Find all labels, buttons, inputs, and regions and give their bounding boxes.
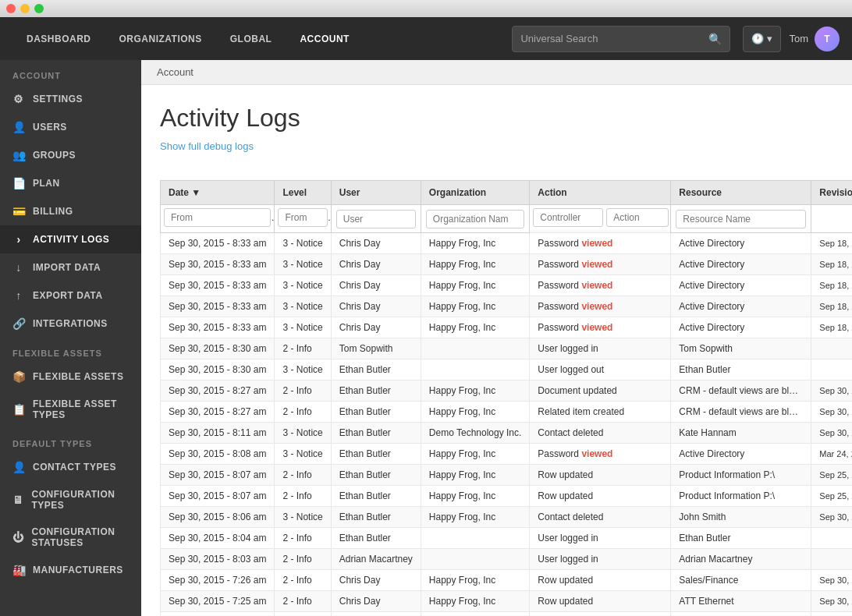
- cell-resource[interactable]: Active Directory: [671, 254, 811, 275]
- cell-level: 2 - Info: [275, 528, 331, 549]
- cell-resource[interactable]: Tom Sopwith: [671, 338, 811, 359]
- cell-level: 2 - Info: [275, 486, 331, 507]
- filter-controller[interactable]: [533, 208, 603, 227]
- cell-org[interactable]: Happy Frog, Inc: [421, 486, 530, 507]
- clock-icon: 🕐: [751, 33, 764, 44]
- filter-user[interactable]: [336, 210, 416, 228]
- cell-resource[interactable]: Active Directory: [671, 444, 811, 465]
- cell-org[interactable]: Happy Frog, Inc: [421, 570, 530, 591]
- cell-org[interactable]: Happy Frog, Inc: [421, 275, 530, 296]
- cell-resource[interactable]: Active Directory: [671, 233, 811, 254]
- cell-revision[interactable]: Support: [811, 612, 852, 617]
- nav-global[interactable]: GLOBAL: [216, 17, 286, 60]
- cell-org: [421, 359, 530, 381]
- cell-resource[interactable]: John Smith: [671, 507, 811, 528]
- filter-level-from[interactable]: [278, 208, 327, 227]
- cell-action: Row updated: [530, 465, 671, 486]
- col-user[interactable]: User: [331, 181, 421, 205]
- nav-dashboard[interactable]: DASHBOARD: [12, 17, 105, 60]
- cell-user: Chris Day: [331, 317, 421, 338]
- cell-org[interactable]: Happy Frog, Inc: [421, 591, 530, 612]
- cell-org[interactable]: Happy Frog, Inc: [421, 465, 530, 486]
- sidebar-item-settings[interactable]: ⚙ SETTINGS: [0, 85, 141, 113]
- nav-organizations[interactable]: ORGANIZATIONS: [105, 17, 216, 60]
- table-row: Sep 30, 2015 - 8:11 am 3 - Notice Ethan …: [161, 423, 853, 444]
- cell-revision: [811, 359, 852, 381]
- cell-resource[interactable]: ATT Ethernet: [671, 591, 811, 612]
- cell-org[interactable]: Happy Frog, Inc: [421, 296, 530, 317]
- minimize-button[interactable]: [20, 4, 30, 13]
- sidebar-item-manufacturers[interactable]: 🏭 MANUFACTURERS: [0, 556, 141, 584]
- col-level[interactable]: Level: [275, 181, 331, 205]
- sidebar-item-contact-types[interactable]: 👤 CONTACT TYPES: [0, 453, 141, 481]
- cell-resource[interactable]: CRM - default views are blank: [671, 381, 811, 402]
- sidebar-label-billing: BILLING: [33, 206, 73, 217]
- close-button[interactable]: [6, 4, 16, 13]
- cell-resource[interactable]: Active Directory: [671, 317, 811, 338]
- cell-resource[interactable]: Sales/Finance: [671, 570, 811, 591]
- cell-resource[interactable]: Product Information P:\: [671, 486, 811, 507]
- cell-resource[interactable]: Active Directory: [671, 296, 811, 317]
- cell-org[interactable]: Demo Technology Inc.: [421, 423, 530, 444]
- cell-date: Sep 30, 2015 - 8:07 am: [161, 486, 275, 507]
- cell-resource[interactable]: Adrian Macartney: [671, 549, 811, 570]
- cell-user: Ethan Butler: [331, 465, 421, 486]
- cell-user: Ethan Butler: [331, 423, 421, 444]
- filter-date-from[interactable]: [164, 208, 271, 227]
- col-resource[interactable]: Resource: [671, 181, 811, 205]
- sidebar-label-plan: PLAN: [33, 178, 60, 189]
- cell-resource[interactable]: CRM - default views are blank: [671, 402, 811, 423]
- sidebar-item-billing[interactable]: 💳 BILLING: [0, 197, 141, 225]
- col-revision[interactable]: Revision: [811, 181, 852, 205]
- cell-date: Sep 30, 2015 - 8:30 am: [161, 338, 275, 359]
- nav-account[interactable]: ACCOUNT: [286, 17, 364, 60]
- filter-action[interactable]: [606, 208, 669, 227]
- sidebar-item-configuration-types[interactable]: 🖥 CONFIGURATION TYPES: [0, 481, 141, 519]
- cell-date: Sep 30, 2015 - 8:27 am: [161, 381, 275, 402]
- cell-resource[interactable]: Happy Frog, Inc: [671, 612, 811, 617]
- sidebar-item-activity-logs[interactable]: › ACTIVITY LOGS: [0, 225, 141, 253]
- sidebar-item-groups[interactable]: 👥 GROUPS: [0, 141, 141, 169]
- debug-link[interactable]: Show full debug logs: [160, 140, 254, 152]
- cell-resource[interactable]: Ethan Butler: [671, 359, 811, 381]
- cell-org[interactable]: Happy Frog, Inc: [421, 317, 530, 338]
- integrations-icon: 🔗: [12, 317, 25, 330]
- cell-action: User logged out: [530, 359, 671, 381]
- sidebar-item-users[interactable]: 👤 USERS: [0, 113, 141, 141]
- cell-org[interactable]: Happy Frog, Inc: [421, 254, 530, 275]
- cell-action: Related item created: [530, 402, 671, 423]
- filter-organization[interactable]: [426, 210, 525, 228]
- cell-org[interactable]: Happy Frog, Inc: [421, 444, 530, 465]
- sidebar-item-integrations[interactable]: 🔗 INTEGRATIONS: [0, 310, 141, 338]
- sidebar-label-settings: SETTINGS: [33, 94, 83, 104]
- cell-resource[interactable]: Kate Hannam: [671, 423, 811, 444]
- cell-resource[interactable]: Active Directory: [671, 275, 811, 296]
- table-row: Sep 30, 2015 - 7:23 am 2 - Info Chris Da…: [161, 612, 853, 617]
- sidebar-item-flexible-asset-types[interactable]: 📋 FLEXIBLE ASSET TYPES: [0, 391, 141, 428]
- cell-org[interactable]: Happy Frog, Inc: [421, 381, 530, 402]
- user-menu[interactable]: Tom T: [789, 27, 840, 51]
- search-input[interactable]: [520, 33, 705, 44]
- maximize-button[interactable]: [34, 4, 44, 13]
- sidebar-item-export-data[interactable]: ↑ EXPORT DATA: [0, 281, 141, 310]
- sidebar-section-default-types: DEFAULT TYPES: [0, 428, 141, 453]
- cell-date: Sep 30, 2015 - 8:04 am: [161, 528, 275, 549]
- cell-org[interactable]: Happy Frog, Inc: [421, 233, 530, 254]
- col-action[interactable]: Action: [530, 181, 671, 205]
- cell-org[interactable]: Happy Frog, Inc: [421, 402, 530, 423]
- cell-resource[interactable]: Product Information P:\: [671, 465, 811, 486]
- filter-resource-cell: [671, 205, 811, 233]
- col-date[interactable]: Date ▼: [161, 181, 275, 205]
- sidebar-item-flexible-assets[interactable]: 📦 FLEXIBLE ASSETS: [0, 363, 141, 391]
- sidebar-item-plan[interactable]: 📄 PLAN: [0, 169, 141, 197]
- filter-resource[interactable]: [676, 210, 806, 228]
- cell-resource[interactable]: Ethan Butler: [671, 528, 811, 549]
- clock-button[interactable]: 🕐 ▾: [743, 26, 781, 52]
- cell-org[interactable]: Happy Frog, Inc: [421, 612, 530, 617]
- table-row: Sep 30, 2015 - 8:30 am 2 - Info Tom Sopw…: [161, 338, 853, 359]
- cell-date: Sep 30, 2015 - 7:25 am: [161, 591, 275, 612]
- cell-org[interactable]: Happy Frog, Inc: [421, 507, 530, 528]
- sidebar-item-import-data[interactable]: ↓ IMPORT DATA: [0, 253, 141, 281]
- sidebar-item-configuration-statuses[interactable]: ⏻ CONFIGURATION STATUSES: [0, 519, 141, 556]
- col-organization[interactable]: Organization: [421, 181, 530, 205]
